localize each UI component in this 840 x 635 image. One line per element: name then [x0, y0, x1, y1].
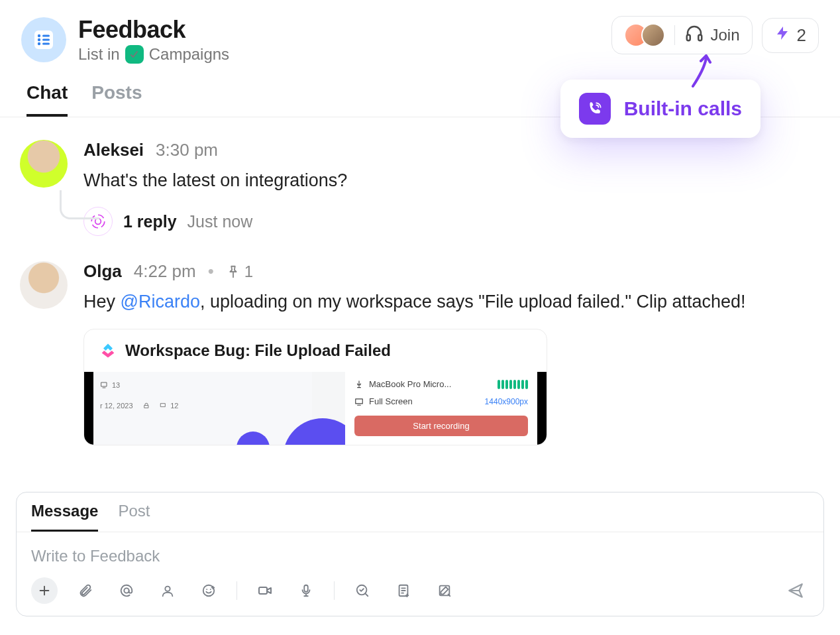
- folder-name[interactable]: Campaigns: [149, 45, 229, 64]
- svg-point-3: [38, 42, 40, 45]
- reply-count: 1 reply: [123, 212, 177, 231]
- svg-rect-14: [304, 585, 308, 592]
- svg-rect-4: [42, 35, 50, 37]
- mention-icon[interactable]: [113, 577, 140, 604]
- participant-avatars: [624, 23, 665, 47]
- message-author[interactable]: Olga: [83, 261, 122, 282]
- attachment-title: Workspace Bug: File Upload Failed: [125, 341, 391, 360]
- breadcrumb: List in Campaigns: [78, 45, 229, 64]
- svg-point-10: [124, 588, 129, 593]
- page-title: Feedback: [78, 16, 229, 44]
- composer: Message Post: [16, 492, 824, 616]
- divider: [674, 25, 675, 45]
- clip-attachment[interactable]: Workspace Bug: File Upload Failed 13 r 1…: [83, 329, 547, 445]
- avatar[interactable]: [20, 261, 68, 309]
- send-button[interactable]: [782, 577, 809, 604]
- svg-point-1: [38, 34, 40, 37]
- divider: [334, 581, 335, 600]
- chat-stream: Aleksei 3:30 pm What's the latest on int…: [0, 117, 840, 445]
- divider: [236, 581, 237, 600]
- svg-point-11: [165, 587, 170, 591]
- clip-preview: 13 r 12, 2023 12 MacBook Pro Micro... Fu…: [84, 372, 547, 445]
- audio-icon[interactable]: [293, 577, 319, 604]
- callout-arrow-icon: [688, 54, 714, 87]
- emoji-icon[interactable]: [195, 577, 222, 604]
- pin-count: 1: [244, 262, 253, 281]
- message: Aleksei 3:30 pm What's the latest on int…: [20, 140, 820, 236]
- avatar: [641, 23, 665, 47]
- header-right: Join 2: [611, 16, 819, 54]
- separator-dot: •: [208, 261, 214, 282]
- reply-time: Just now: [187, 212, 253, 231]
- callout-built-in-calls: Built-in calls: [560, 80, 761, 138]
- svg-rect-6: [42, 43, 50, 45]
- assign-icon[interactable]: [154, 577, 181, 604]
- avatar[interactable]: [20, 140, 68, 188]
- composer-tabs: Message Post: [17, 492, 823, 532]
- list-icon: [21, 17, 66, 62]
- tab-chat[interactable]: Chat: [26, 82, 68, 117]
- svg-point-2: [38, 38, 40, 41]
- thread-connector: [60, 190, 99, 219]
- message-text: What's the latest on integrations?: [83, 168, 820, 192]
- message-text-post: , uploading on my workspace says "File u…: [200, 292, 746, 312]
- mention[interactable]: @Ricardo: [121, 292, 200, 312]
- message-time: 4:22 pm: [134, 261, 196, 282]
- join-label: Join: [711, 26, 740, 44]
- svg-rect-5: [42, 39, 50, 41]
- doc-icon[interactable]: [390, 577, 417, 604]
- subtitle-prefix: List in: [78, 45, 120, 64]
- message-input[interactable]: [31, 547, 809, 565]
- task-icon[interactable]: [349, 577, 376, 604]
- svg-point-9: [95, 219, 101, 225]
- attach-icon[interactable]: [72, 577, 99, 604]
- tab-posts[interactable]: Posts: [91, 82, 142, 117]
- headphones-icon: [684, 23, 704, 47]
- message: Olga 4:22 pm • 1 Hey @Ricardo, uploading…: [20, 261, 820, 445]
- phone-icon: [579, 93, 611, 125]
- composer-tab-post[interactable]: Post: [118, 502, 150, 532]
- title-block: Feedback List in Campaigns: [78, 16, 229, 64]
- message-author[interactable]: Aleksei: [83, 140, 144, 160]
- callout-label: Built-in calls: [624, 97, 742, 120]
- join-call-pill[interactable]: Join: [611, 16, 753, 54]
- composer-tab-message[interactable]: Message: [31, 502, 98, 532]
- clickup-logo-icon: [99, 341, 117, 360]
- activity-pill[interactable]: 2: [762, 18, 819, 53]
- message-text: Hey @Ricardo, uploading on my workspace …: [83, 290, 820, 314]
- composer-toolbar: [17, 572, 823, 616]
- video-icon[interactable]: [252, 577, 278, 604]
- thread-reply-row[interactable]: 1 reply Just now: [83, 207, 820, 236]
- message-time: 3:30 pm: [156, 140, 218, 160]
- header-left: Feedback List in Campaigns: [21, 16, 229, 64]
- svg-rect-7: [686, 35, 690, 41]
- start-recording-button[interactable]: Start recording: [354, 416, 528, 436]
- folder-icon: [125, 45, 144, 64]
- svg-rect-13: [259, 587, 267, 594]
- lightning-icon: [774, 25, 790, 46]
- svg-rect-8: [698, 35, 702, 41]
- whiteboard-icon[interactable]: [431, 577, 458, 604]
- message-text-pre: Hey: [83, 292, 121, 312]
- add-button[interactable]: [31, 577, 58, 604]
- activity-count: 2: [797, 25, 806, 46]
- pin-indicator[interactable]: 1: [226, 262, 253, 281]
